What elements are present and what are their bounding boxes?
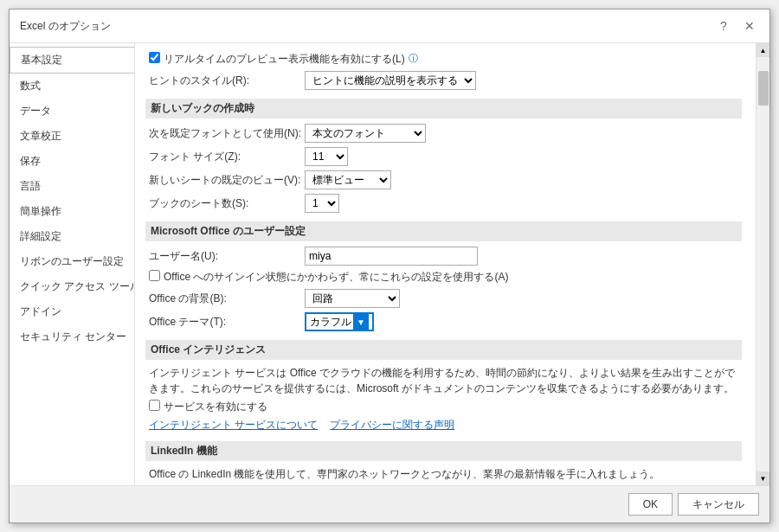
- sidebar-item-addin[interactable]: アドイン: [10, 299, 134, 324]
- sidebar-item-gengo[interactable]: 言語: [10, 174, 134, 199]
- linkedin-header: LinkedIn 機能: [145, 441, 742, 461]
- signin-checkbox[interactable]: [149, 270, 160, 281]
- office-bg-label: Office の背景(B):: [149, 292, 305, 306]
- office-bg-select[interactable]: 回路: [305, 289, 400, 308]
- intelligence-info-text: インテリジェント サービスは Office でクラウドの機能を利用するため、時間…: [149, 365, 742, 396]
- bottom-bar: OK キャンセル: [10, 485, 769, 522]
- sidebar-item-kihon[interactable]: 基本設定: [10, 47, 135, 74]
- service-about-link[interactable]: インテリジェント サービスについて: [149, 418, 318, 433]
- sidebar-item-shosai[interactable]: 詳細設定: [10, 224, 134, 249]
- font-size-select[interactable]: 11: [305, 147, 348, 166]
- sidebar-item-ribbon[interactable]: リボンのユーザー設定: [10, 249, 134, 274]
- username-input[interactable]: miya: [305, 247, 478, 266]
- office-theme-row: Office テーマ(T): カラフル ▼ カラフル 濃い灰色 黒 白: [149, 312, 742, 331]
- sheet-count-select[interactable]: 1: [305, 194, 339, 213]
- new-sheet-view-select[interactable]: 標準ビュー: [305, 170, 391, 189]
- hint-style-select[interactable]: ヒントに機能の説明を表示する: [305, 71, 476, 90]
- hint-style-label: ヒントのスタイル(R):: [149, 74, 305, 88]
- sidebar: 基本設定 数式 データ 文章校正 保存 言語 簡単操作 詳細設定 リボンのユーザ…: [10, 43, 135, 485]
- theme-select-container: カラフル ▼ カラフル 濃い灰色 黒 白: [305, 312, 374, 331]
- signin-label: Office へのサインイン状態にかかわらず、常にこれらの設定を使用する(A): [164, 270, 508, 285]
- dialog-title: Excel のオプション: [20, 19, 111, 34]
- cancel-button[interactable]: キャンセル: [678, 493, 759, 516]
- intelligence-links: インテリジェント サービスについて プライバシーに関する声明: [149, 418, 742, 433]
- ms-office-user-header: Microsoft Office のユーザー設定: [145, 221, 742, 241]
- theme-select-button[interactable]: カラフル ▼: [305, 312, 374, 331]
- enable-service-row: サービスを有効にする: [149, 400, 742, 414]
- main-content: リアルタイムのプレビュー表示機能を有効にする(L) ⓘ ヒントのスタイル(R):…: [135, 43, 756, 485]
- office-bg-row: Office の背景(B): 回路: [149, 289, 742, 308]
- sidebar-item-data[interactable]: データ: [10, 99, 134, 124]
- scroll-up-button[interactable]: ▲: [756, 43, 770, 57]
- enable-service-label: サービスを有効にする: [164, 400, 267, 414]
- title-bar: Excel のオプション ? ✕: [10, 10, 769, 43]
- scrollbar: ▲ ▼: [756, 43, 769, 485]
- sidebar-item-hozon[interactable]: 保存: [10, 149, 134, 174]
- sheet-count-label: ブックのシート数(S):: [149, 196, 305, 211]
- dialog-body: 基本設定 数式 データ 文章校正 保存 言語 簡単操作 詳細設定 リボンのユーザ…: [10, 43, 769, 485]
- default-font-select[interactable]: 本文のフォント: [305, 124, 426, 143]
- theme-dropdown-arrow-icon: ▼: [353, 313, 369, 330]
- realtime-info-icon[interactable]: ⓘ: [409, 52, 418, 65]
- theme-current-value: カラフル: [310, 315, 351, 330]
- sidebar-item-security[interactable]: セキュリティ センター: [10, 324, 134, 349]
- linkedin-info-text: Office の LinkedIn 機能を使用して、専門家のネットワークとつなが…: [149, 466, 742, 482]
- username-row: ユーザー名(U): miya: [149, 247, 742, 266]
- realtime-preview-checkbox[interactable]: [149, 52, 160, 63]
- scroll-down-button[interactable]: ▼: [756, 471, 770, 485]
- scrollbar-thumb[interactable]: [758, 71, 769, 106]
- font-size-label: フォント サイズ(Z):: [149, 150, 305, 164]
- title-bar-controls: ? ✕: [714, 16, 759, 35]
- ok-button[interactable]: OK: [628, 493, 673, 516]
- default-font-row: 次を既定フォントとして使用(N): 本文のフォント: [149, 124, 742, 143]
- sidebar-item-sushiki[interactable]: 数式: [10, 74, 134, 99]
- hint-style-row: ヒントのスタイル(R): ヒントに機能の説明を表示する: [149, 71, 742, 90]
- help-button[interactable]: ?: [714, 16, 733, 35]
- intelligence-header: Office インテリジェンス: [145, 340, 742, 360]
- sidebar-item-quick[interactable]: クイック アクセス ツール バー: [10, 274, 134, 299]
- new-sheet-view-row: 新しいシートの既定のビュー(V): 標準ビュー: [149, 170, 742, 189]
- realtime-preview-row: リアルタイムのプレビュー表示機能を有効にする(L) ⓘ: [149, 52, 742, 67]
- excel-options-dialog: Excel のオプション ? ✕ 基本設定 数式 データ 文章校正 保存 言語 …: [9, 9, 770, 523]
- sidebar-item-bunsho[interactable]: 文章校正: [10, 124, 134, 149]
- sheet-count-row: ブックのシート数(S): 1: [149, 194, 742, 213]
- default-font-label: 次を既定フォントとして使用(N):: [149, 126, 305, 141]
- new-sheet-view-label: 新しいシートの既定のビュー(V):: [149, 173, 305, 188]
- sidebar-item-kanten[interactable]: 簡単操作: [10, 199, 134, 224]
- signin-row: Office へのサインイン状態にかかわらず、常にこれらの設定を使用する(A): [149, 270, 742, 285]
- privacy-link[interactable]: プライバシーに関する声明: [330, 418, 454, 433]
- close-button[interactable]: ✕: [740, 16, 759, 35]
- office-theme-label: Office テーマ(T):: [149, 315, 305, 330]
- username-label: ユーザー名(U):: [149, 249, 305, 264]
- realtime-preview-label: リアルタイムのプレビュー表示機能を有効にする(L): [164, 52, 405, 67]
- font-size-row: フォント サイズ(Z): 11: [149, 147, 742, 166]
- enable-service-checkbox[interactable]: [149, 400, 160, 411]
- new-book-header: 新しいブックの作成時: [145, 99, 742, 119]
